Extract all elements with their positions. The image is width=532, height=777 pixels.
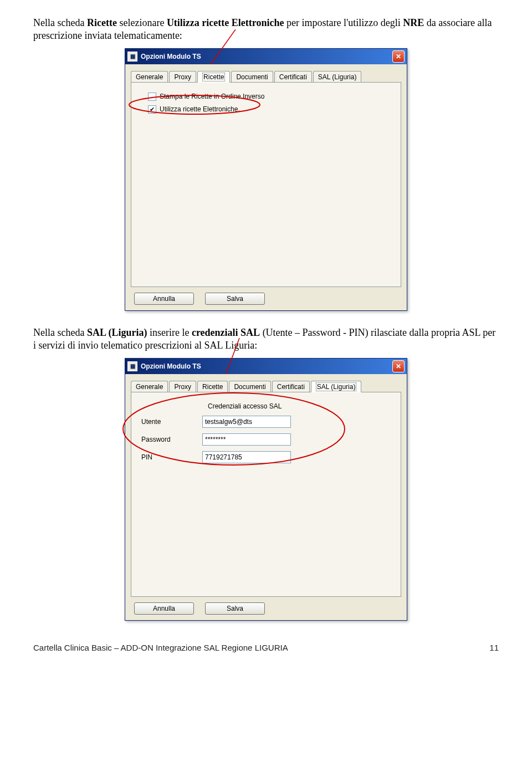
- text-bold: Utilizza ricette Elettroniche: [167, 17, 284, 28]
- text-bold: Ricette: [87, 17, 117, 28]
- intro-paragraph-2: Nella scheda SAL (Liguria) inserire le c…: [33, 326, 499, 352]
- dialog-titlebar: ▦ Opzioni Modulo TS ✕: [125, 49, 407, 64]
- tab-sal-liguria[interactable]: SAL (Liguria): [313, 71, 362, 82]
- tab-ricette[interactable]: Ricette: [197, 71, 230, 83]
- checkbox-label: Utilizza ricette Elettroniche.: [160, 105, 240, 113]
- intro-paragraph-1: Nella scheda Ricette selezionare Utilizz…: [33, 17, 499, 43]
- tab-strip: Generale Proxy Ricette Documenti Certifi…: [131, 381, 401, 392]
- text: per impostare l'utilizzo degli: [284, 17, 403, 28]
- close-button[interactable]: ✕: [392, 360, 405, 372]
- options-dialog-sal: ▦ Opzioni Modulo TS ✕ Generale Proxy Ric…: [125, 358, 407, 621]
- tab-sal-liguria[interactable]: SAL (Liguria): [311, 381, 362, 392]
- pin-input[interactable]: [202, 451, 291, 463]
- dialog-titlebar: ▦ Opzioni Modulo TS ✕: [125, 359, 407, 374]
- checkbox-label: Stampa le Ricette in Ordine Inverso: [160, 93, 264, 100]
- tab-panel-sal: Credenziali accesso SAL Utente Password …: [131, 392, 401, 597]
- footer-text: Cartella Clinica Basic – ADD-ON Integraz…: [33, 643, 288, 652]
- tab-documenti[interactable]: Documenti: [231, 71, 273, 82]
- password-input[interactable]: [202, 433, 291, 446]
- pin-label: PIN: [141, 453, 202, 461]
- text: Nella scheda: [33, 17, 87, 28]
- tab-panel-ricette: Stampa le Ricette in Ordine Inverso ✔ Ut…: [131, 83, 401, 287]
- tab-generale[interactable]: Generale: [131, 71, 168, 82]
- text: selezionare: [117, 17, 167, 28]
- utente-label: Utente: [141, 418, 202, 426]
- tab-ricette[interactable]: Ricette: [197, 381, 228, 392]
- options-dialog-ricette: ▦ Opzioni Modulo TS ✕ Generale Proxy Ric…: [125, 48, 407, 311]
- tab-proxy[interactable]: Proxy: [169, 71, 196, 82]
- text: Nella scheda: [33, 327, 87, 338]
- annulla-button[interactable]: Annulla: [134, 602, 194, 615]
- tab-certificati[interactable]: Certificati: [272, 381, 310, 392]
- dialog-title: Opzioni Modulo TS: [141, 362, 392, 370]
- checkbox-ricette-elettroniche[interactable]: ✔: [148, 105, 156, 114]
- salva-button[interactable]: Salva: [205, 602, 265, 615]
- app-icon: ▦: [127, 52, 137, 62]
- tab-certificati[interactable]: Certificati: [274, 71, 312, 82]
- text-bold: SAL (Liguria): [87, 327, 147, 338]
- close-button[interactable]: ✕: [392, 50, 405, 63]
- page-number: 11: [489, 643, 499, 652]
- group-label-credenziali: Credenziali accesso SAL: [208, 402, 391, 410]
- page-footer: Cartella Clinica Basic – ADD-ON Integraz…: [33, 643, 499, 652]
- tab-documenti[interactable]: Documenti: [229, 381, 270, 392]
- text-bold: NRE: [403, 17, 424, 28]
- tab-strip: Generale Proxy Ricette Documenti Certifi…: [131, 71, 401, 83]
- app-icon: ▦: [127, 361, 137, 371]
- checkbox-stampa-inverso[interactable]: [148, 93, 156, 101]
- text: inserire le: [147, 327, 191, 338]
- salva-button[interactable]: Salva: [205, 293, 265, 305]
- annulla-button[interactable]: Annulla: [134, 293, 194, 305]
- tab-proxy[interactable]: Proxy: [169, 381, 196, 392]
- tab-generale[interactable]: Generale: [131, 381, 168, 392]
- password-label: Password: [141, 436, 202, 443]
- dialog-title: Opzioni Modulo TS: [141, 53, 392, 60]
- utente-input[interactable]: [202, 416, 291, 428]
- text-bold: credenziali SAL: [192, 327, 260, 338]
